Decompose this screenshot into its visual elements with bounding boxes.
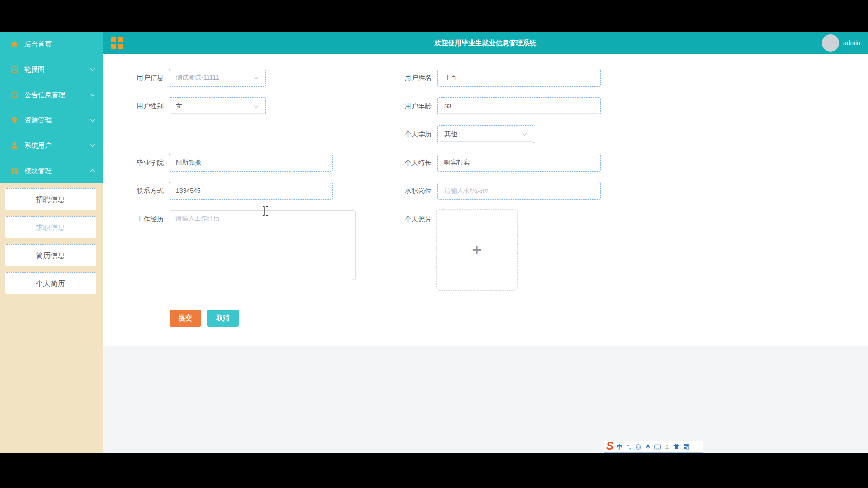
sidebar-item-label: 系统用户: [24, 141, 90, 150]
user-info-label: 用户信息: [127, 69, 164, 87]
gender-label: 用户性别: [127, 97, 164, 115]
plus-icon: +: [472, 241, 482, 258]
sidebar-item-label: 公告信息管理: [24, 91, 90, 99]
sidebar-submenu: 招聘信息 求职信息 简历信息 个人简历: [0, 183, 103, 453]
contact-label: 联系方式: [127, 182, 164, 200]
ime-toolbar[interactable]: S 中 °,: [604, 441, 703, 453]
home-icon: [10, 40, 19, 49]
education-value: 其他: [444, 130, 519, 138]
sidebar-item-label: 模块管理: [24, 167, 90, 175]
work-experience-textarea[interactable]: [170, 211, 355, 281]
gender-select[interactable]: 女: [169, 97, 266, 115]
sidebar-item-resources[interactable]: 资源管理: [0, 108, 103, 133]
letterbox-top: [0, 0, 868, 32]
job-position-field-wrap: [437, 182, 601, 200]
age-field-wrap: [437, 97, 601, 115]
sidebar-item-modules[interactable]: 模块管理: [0, 158, 103, 183]
sidebar-item-resume-info[interactable]: 简历信息: [5, 244, 96, 266]
sidebar-item-carousel[interactable]: 轮播图: [0, 57, 103, 82]
job-position-label: 求职岗位: [396, 182, 432, 200]
job-position-input[interactable]: [439, 183, 599, 198]
username: admin: [843, 39, 860, 47]
user-name-label: 用户姓名: [396, 69, 432, 87]
education-select[interactable]: 其他: [437, 125, 534, 143]
letterbox-bottom: [0, 453, 868, 488]
skin-icon[interactable]: [673, 443, 680, 450]
submit-button[interactable]: 提交: [170, 310, 201, 327]
chevron-down-icon: [90, 93, 95, 97]
age-input[interactable]: [439, 99, 599, 114]
sidebar-item-recruit-info[interactable]: 招聘信息: [5, 188, 96, 210]
avatar[interactable]: [822, 34, 839, 52]
user-info-value: 测试测试-11111: [176, 74, 251, 82]
age-label: 用户年龄: [396, 97, 432, 115]
college-label: 毕业学院: [127, 154, 164, 172]
chevron-up-icon: [90, 169, 95, 173]
college-input[interactable]: [170, 155, 331, 170]
user-name-input[interactable]: [439, 70, 599, 85]
users-icon: [10, 141, 19, 150]
user-info-select[interactable]: 测试测试-11111: [169, 69, 266, 87]
contact-input[interactable]: [170, 183, 331, 198]
voice-icon[interactable]: [644, 443, 651, 450]
sogou-logo[interactable]: S: [606, 441, 613, 451]
announcement-icon: [10, 90, 19, 99]
gender-value: 女: [176, 102, 251, 110]
carousel-icon: [10, 65, 19, 74]
sidebar-item-home[interactable]: 后台首页: [0, 32, 103, 57]
chevron-down-icon: [254, 76, 259, 80]
photo-label: 个人照片: [396, 210, 432, 228]
sidebar-item-label: 资源管理: [24, 116, 90, 125]
sidebar: 后台首页 轮播图 公告信息管理 资源管理 系统: [0, 32, 103, 453]
chevron-down-icon: [90, 144, 95, 147]
sidebar-item-system-users[interactable]: 系统用户: [0, 133, 103, 158]
header: 欢迎使用毕业生就业信息管理系统 admin: [103, 32, 868, 54]
chevron-down-icon: [90, 68, 95, 71]
sidebar-item-announcements[interactable]: 公告信息管理: [0, 82, 103, 108]
modules-icon: [10, 166, 19, 175]
punctuation-icon[interactable]: °,: [625, 443, 632, 450]
app-window: 后台首页 轮播图 公告信息管理 资源管理 系统: [0, 32, 868, 453]
education-label: 个人学历: [396, 125, 432, 143]
input-assist-icon[interactable]: [663, 443, 670, 450]
chevron-down-icon: [254, 105, 259, 108]
work-experience-label: 工作经历: [127, 210, 164, 228]
sidebar-item-personal-resume[interactable]: 个人简历: [5, 272, 96, 294]
contact-field-wrap: [169, 182, 333, 200]
photo-upload-box[interactable]: +: [436, 209, 518, 291]
emoji-icon[interactable]: [635, 443, 642, 450]
page-title: 欢迎使用毕业生就业信息管理系统: [103, 39, 868, 47]
specialty-input[interactable]: [439, 155, 599, 170]
college-field-wrap: [169, 154, 333, 172]
user-widget[interactable]: admin: [822, 34, 860, 52]
content: 用户信息 测试测试-11111 用户姓名 用户性别 女 用户年龄: [103, 54, 868, 453]
user-name-field-wrap: [437, 69, 601, 87]
chevron-down-icon: [522, 133, 527, 136]
resource-icon: [10, 116, 19, 125]
main-area: 欢迎使用毕业生就业信息管理系统 admin 用户信息 测试测试-11111 用户…: [103, 32, 868, 453]
cancel-button[interactable]: 取消: [207, 310, 239, 327]
chevron-down-icon: [90, 118, 95, 122]
chinese-mode-icon[interactable]: 中: [616, 443, 623, 450]
work-experience-wrap: [170, 210, 356, 281]
keyboard-icon[interactable]: [654, 443, 661, 450]
sidebar-item-jobseek-info[interactable]: 求职信息: [5, 216, 96, 238]
specialty-field-wrap: [437, 154, 601, 172]
sidebar-item-label: 轮播图: [24, 66, 90, 74]
sidebar-item-label: 后台首页: [24, 40, 95, 49]
specialty-label: 个人特长: [396, 154, 432, 172]
toolbox-icon[interactable]: [682, 443, 689, 450]
